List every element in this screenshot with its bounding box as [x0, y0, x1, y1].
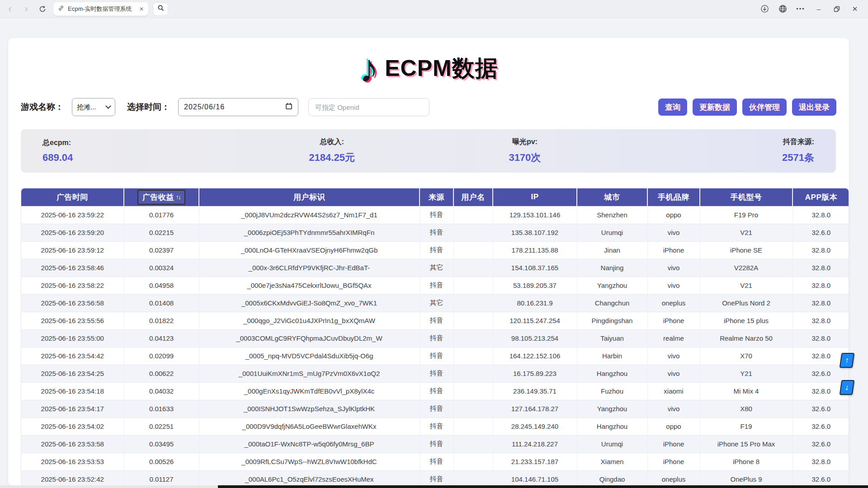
header-username: 用户名 — [453, 188, 493, 206]
game-select[interactable]: 抢滩... — [72, 98, 115, 116]
cell-source: 其它 — [420, 294, 453, 312]
link-icon — [58, 5, 64, 13]
table-row: 2025-06-16 23:54:180.04032_000gEnXs1qyJW… — [21, 382, 849, 400]
cell-openid: _000ISNHJOT1SwWzpSehza_SJylKlptkHK — [199, 400, 420, 418]
table-row: 2025-06-16 23:56:580.01408_0005x6CKxMdvv… — [21, 294, 849, 312]
window-controls: ••• – ✕ — [758, 2, 868, 16]
address-search-button[interactable] — [153, 2, 168, 16]
cell-ip: 127.164.178.27 — [493, 400, 577, 418]
horizontal-scrollbar[interactable] — [0, 485, 868, 488]
cell-ad-time: 2025-06-16 23:52:42 — [21, 470, 124, 486]
cell-openid: _0005x6CKxMdvvGiEJ-So8QmZ_xvo_7WK1 — [199, 294, 420, 312]
cell-username — [453, 382, 493, 400]
restore-icon[interactable] — [830, 2, 844, 16]
cell-ad-revenue: 0.00526 — [124, 453, 199, 470]
cell-openid: _0001UuiKmXNr1mS_mUg7PzVm0X6vX1oQ2 — [199, 365, 420, 382]
cell-ip: 154.108.37.165 — [493, 259, 577, 277]
refresh-data-button[interactable]: 更新数据 — [693, 99, 737, 116]
app-logo: ♪ ECPM数据 — [8, 38, 849, 94]
browser-tab[interactable]: Ecpm-实时数据管理系统 ✕ — [53, 2, 148, 16]
cell-source: 抖音 — [420, 329, 453, 347]
scroll-to-top-button[interactable]: ↑ — [840, 353, 855, 368]
app-title: ECPM数据 — [385, 53, 498, 84]
cell-app-version: 32.8.0 — [793, 294, 849, 312]
cell-username — [453, 294, 493, 312]
cell-ad-time: 2025-06-16 23:54:02 — [21, 418, 124, 435]
header-phone-model: 手机型号 — [700, 188, 793, 206]
cell-ad-time: 2025-06-16 23:54:17 — [21, 400, 124, 418]
cell-ip: 129.153.101.146 — [493, 206, 577, 224]
cell-ad-time: 2025-06-16 23:59:12 — [21, 241, 124, 259]
cell-ip: 111.24.218.227 — [493, 435, 577, 453]
stat-total-ecpm: 总ecpm: 689.04 — [42, 138, 236, 164]
close-icon[interactable]: ✕ — [848, 2, 862, 16]
tab-close-icon[interactable]: ✕ — [139, 6, 144, 12]
browser-chrome: ‹ › Ecpm-实时数据管理系统 ✕ — [0, 0, 868, 18]
cell-source: 抖音 — [420, 400, 453, 418]
horizontal-scrollbar-thumb[interactable] — [218, 485, 868, 488]
cell-ad-time: 2025-06-16 23:54:42 — [21, 347, 124, 365]
table-row: 2025-06-16 23:54:170.01633_000ISNHJOT1Sw… — [21, 400, 849, 418]
stat-label: 曝光pv: — [512, 137, 538, 147]
cell-phone-brand: iPhone — [647, 241, 700, 259]
partner-manage-button[interactable]: 伙伴管理 — [742, 99, 787, 116]
openid-input[interactable] — [308, 98, 429, 116]
header-source: 来源 — [420, 188, 453, 206]
forward-icon[interactable]: › — [20, 3, 33, 15]
cell-ad-time: 2025-06-16 23:54:18 — [21, 382, 124, 400]
menu-ellipsis-icon[interactable]: ••• — [794, 2, 807, 16]
cell-ad-revenue: 0.03495 — [124, 435, 199, 453]
cell-ad-revenue: 0.04123 — [124, 329, 199, 347]
stat-label: 抖音来源: — [783, 137, 814, 147]
cell-city: Harbin — [577, 347, 647, 365]
cell-city: Changchun — [577, 294, 647, 312]
refresh-icon[interactable] — [36, 3, 49, 15]
search-icon — [157, 5, 164, 13]
cell-app-version: 32.8.0 — [793, 241, 849, 259]
cell-source: 抖音 — [420, 277, 453, 294]
minimize-icon[interactable]: – — [812, 2, 826, 16]
calendar-icon[interactable] — [285, 103, 292, 112]
cell-city: Shenzhen — [577, 206, 647, 224]
stats-bar: 总ecpm: 689.04 总收入: 2184.25元 曝光pv: 3170次 … — [21, 129, 836, 173]
table-row: 2025-06-16 23:55:000.04123_0003COMLgC9RY… — [21, 329, 849, 347]
cell-phone-brand: oneplus — [647, 294, 700, 312]
cell-phone-model: V21 — [700, 277, 793, 294]
cell-phone-brand: iPhone — [647, 435, 700, 453]
cell-phone-brand: iPhone — [647, 312, 700, 329]
table-header-row: 广告时间 广告收益 ↑↓ 用户标识 来源 用户名 IP 城市 手机品牌 手机型号… — [21, 188, 849, 206]
cell-ad-revenue: 0.02251 — [124, 418, 199, 435]
cell-city: Fuzhou — [577, 382, 647, 400]
back-icon[interactable]: ‹ — [4, 3, 16, 15]
revenue-sort-button[interactable]: 广告收益 ↑↓ — [137, 190, 185, 205]
date-value: 2025/06/16 — [184, 103, 225, 111]
cell-app-version: 32.8.0 — [793, 259, 849, 277]
cell-app-version: 32.8.0 — [793, 329, 849, 347]
cell-city: Yangzhou — [577, 400, 647, 418]
cell-ad-revenue: 0.01776 — [124, 206, 199, 224]
cell-ad-time: 2025-06-16 23:54:25 — [21, 365, 124, 382]
download-icon[interactable] — [758, 2, 771, 16]
stat-douyin-source: 抖音来源: 2571条 — [621, 137, 814, 164]
table-row: 2025-06-16 23:59:200.02215_0006zpiOEj53P… — [21, 224, 849, 241]
tiktok-note-icon: ♪ — [359, 49, 378, 88]
header-ip: IP — [493, 188, 577, 206]
cell-username — [453, 206, 493, 224]
globe-icon[interactable] — [776, 2, 789, 16]
logout-button[interactable]: 退出登录 — [792, 99, 836, 116]
cell-ip: 53.189.205.37 — [493, 277, 577, 294]
cell-ad-time: 2025-06-16 23:58:46 — [21, 259, 124, 277]
game-select-value: 抢滩... — [77, 103, 96, 112]
cell-city: Urumqi — [577, 224, 647, 241]
cell-app-version: 32.6.0 — [793, 418, 849, 435]
scroll-to-bottom-button[interactable]: ↓ — [840, 380, 855, 395]
table-row: 2025-06-16 23:52:420.01127_000AL6Pc1_O5z… — [21, 470, 849, 486]
cell-source: 抖音 — [420, 365, 453, 382]
cell-ip: 164.122.152.106 — [493, 347, 577, 365]
date-input[interactable]: 2025/06/16 — [178, 98, 298, 116]
query-button[interactable]: 查询 — [658, 99, 687, 116]
cell-ad-revenue: 0.02397 — [124, 241, 199, 259]
cell-username — [453, 453, 493, 470]
stat-value: 3170次 — [509, 151, 541, 164]
table-row: 2025-06-16 23:59:120.02397_000LnO4-GTeHX… — [21, 241, 849, 259]
